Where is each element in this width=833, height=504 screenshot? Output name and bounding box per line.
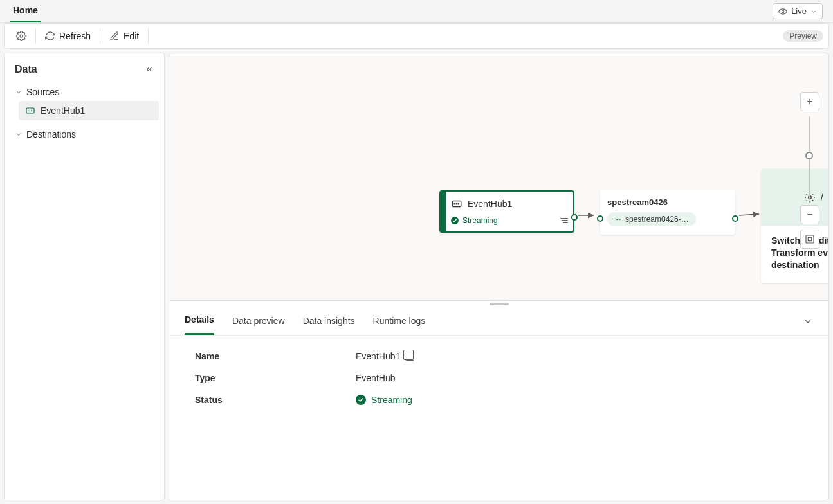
output-icon bbox=[828, 192, 829, 203]
app-root: Home Live Refresh bbox=[0, 0, 833, 504]
node-stream[interactable]: spestream0426 spestream0426-str… bbox=[600, 190, 735, 235]
refresh-label: Refresh bbox=[59, 31, 91, 41]
group-label: Sources bbox=[26, 87, 59, 97]
panel-splitter[interactable] bbox=[169, 301, 829, 307]
status-text: Streaming bbox=[462, 216, 498, 225]
refresh-button[interactable]: Refresh bbox=[39, 27, 97, 45]
node-title: spestream0426 bbox=[607, 197, 728, 207]
detail-row-status: Status Streaming bbox=[195, 395, 803, 405]
node-header: EventHub1 bbox=[446, 192, 573, 213]
sidebar-item-label: EventHub1 bbox=[41, 105, 85, 116]
svg-rect-8 bbox=[452, 201, 461, 207]
svg-point-1 bbox=[20, 35, 23, 37]
svg-line-7 bbox=[739, 214, 759, 215]
status-value: Streaming bbox=[371, 395, 412, 405]
sidebar-title: Data bbox=[15, 64, 37, 75]
main: Data Sources EventHub1 bbox=[4, 53, 829, 500]
output-port[interactable] bbox=[732, 215, 738, 222]
stream-chip[interactable]: spestream0426-str… bbox=[607, 212, 696, 226]
detail-key: Status bbox=[195, 395, 356, 405]
edit-label: Edit bbox=[124, 31, 139, 41]
svg-point-0 bbox=[782, 10, 784, 13]
node-footer: Streaming bbox=[446, 213, 573, 231]
zoom-out-button[interactable]: − bbox=[800, 205, 819, 224]
chip-label: spestream0426-str… bbox=[625, 215, 690, 224]
node-title: EventHub1 bbox=[468, 199, 512, 209]
detail-row-type: Type EventHub bbox=[195, 373, 803, 383]
details-panel: Name EventHub1 Type EventHub Status bbox=[169, 336, 828, 432]
stream-icon bbox=[614, 215, 621, 223]
live-dropdown[interactable]: Live bbox=[773, 3, 823, 19]
detail-value: Streaming bbox=[356, 395, 412, 405]
zoom-in-button[interactable]: + bbox=[800, 92, 819, 111]
eventhub-icon bbox=[451, 198, 462, 210]
zoom-thumb[interactable] bbox=[805, 152, 813, 159]
name-value: EventHub1 bbox=[356, 351, 400, 361]
detail-key: Name bbox=[195, 351, 356, 361]
status-pill: Streaming bbox=[451, 216, 498, 225]
sidebar-header: Data bbox=[10, 61, 159, 83]
menu-icon[interactable] bbox=[560, 218, 568, 224]
zoom-slider[interactable] bbox=[809, 116, 810, 200]
svg-rect-14 bbox=[806, 235, 814, 243]
slash: / bbox=[821, 192, 823, 203]
toolbar-left: Refresh Edit bbox=[10, 24, 151, 48]
sidebar: Data Sources EventHub1 bbox=[4, 53, 165, 500]
eventhub-icon bbox=[25, 105, 35, 116]
edit-button[interactable]: Edit bbox=[103, 27, 145, 45]
detail-row-name: Name EventHub1 bbox=[195, 351, 803, 361]
detail-value: EventHub1 bbox=[356, 351, 414, 361]
connector-lines bbox=[169, 53, 828, 300]
zoom-controls: + − bbox=[800, 92, 819, 249]
check-icon bbox=[356, 395, 366, 405]
edit-icon bbox=[109, 31, 120, 41]
svg-rect-15 bbox=[808, 237, 811, 240]
node-source-eventhub1[interactable]: EventHub1 Streaming bbox=[439, 190, 574, 233]
tab-data-preview[interactable]: Data preview bbox=[232, 307, 285, 335]
toolbar-separator bbox=[148, 28, 149, 44]
sidebar-group-destinations[interactable]: Destinations bbox=[10, 125, 159, 143]
output-port[interactable] bbox=[571, 214, 578, 221]
chevron-down-icon bbox=[15, 130, 23, 138]
svg-rect-2 bbox=[26, 108, 34, 113]
chevron-down-icon bbox=[810, 8, 817, 15]
detail-value: EventHub bbox=[356, 373, 395, 383]
top-tabs: Home bbox=[10, 0, 41, 22]
copy-icon[interactable] bbox=[405, 352, 414, 361]
collapse-panel-icon[interactable] bbox=[803, 316, 813, 327]
toolbar-separator bbox=[100, 28, 100, 44]
sidebar-group-sources[interactable]: Sources bbox=[10, 83, 159, 101]
input-port[interactable] bbox=[597, 215, 603, 222]
eye-icon bbox=[778, 7, 787, 16]
chevron-down-icon bbox=[15, 88, 23, 96]
toolbar-separator bbox=[35, 28, 36, 44]
live-label: Live bbox=[791, 6, 807, 16]
splitter-handle bbox=[490, 303, 509, 305]
canvas-wrap: EventHub1 Streaming bbox=[169, 53, 829, 500]
bottom-panel: Details Data preview Data insights Runti… bbox=[169, 307, 829, 500]
sidebar-item-eventhub1[interactable]: EventHub1 bbox=[19, 101, 159, 120]
zoom-fit-button[interactable] bbox=[800, 230, 819, 249]
detail-key: Type bbox=[195, 373, 356, 383]
gear-icon bbox=[16, 31, 26, 41]
check-icon bbox=[451, 217, 459, 224]
canvas[interactable]: EventHub1 Streaming bbox=[169, 53, 829, 301]
tab-details[interactable]: Details bbox=[185, 307, 214, 335]
settings-button[interactable] bbox=[10, 27, 33, 45]
tab-runtime-logs[interactable]: Runtime logs bbox=[373, 307, 426, 335]
tab-data-insights[interactable]: Data insights bbox=[303, 307, 355, 335]
top-tab-home[interactable]: Home bbox=[10, 0, 41, 22]
refresh-icon bbox=[45, 31, 55, 41]
preview-badge: Preview bbox=[783, 30, 823, 42]
collapse-icon[interactable] bbox=[145, 65, 154, 74]
group-label: Destinations bbox=[26, 129, 76, 140]
top-tab-bar: Home Live bbox=[0, 0, 833, 23]
bottom-tabs: Details Data preview Data insights Runti… bbox=[169, 307, 828, 336]
toolbar: Refresh Edit Preview bbox=[4, 23, 829, 49]
